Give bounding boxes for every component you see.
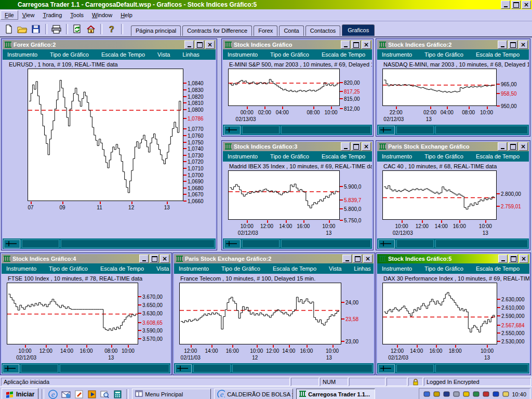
menu-item-file[interactable]: File (1, 10, 18, 20)
chart-menu-tipo-de-gráfico[interactable]: Tipo de Gráfico (424, 265, 463, 272)
minimize-button[interactable] (498, 142, 507, 151)
chart-menu-escala-de-tempo[interactable]: Escala de Tempo (101, 51, 145, 58)
chart-menu-instrumento[interactable]: Instrumento (6, 265, 36, 272)
close-button[interactable]: × (362, 142, 371, 151)
refresh-page-icon[interactable] (71, 23, 84, 35)
crosshair-button[interactable] (3, 364, 19, 373)
menu-item-help[interactable]: Help (116, 10, 137, 20)
chart-menu-escala-de-tempo[interactable]: Escala de Tempo (476, 265, 520, 272)
chart-window-title-bar[interactable]: Stock Indices Gráfico:2 × (377, 40, 529, 49)
media-circle-icon[interactable] (492, 390, 500, 398)
audio-note-icon[interactable] (502, 390, 510, 398)
gear-star-icon[interactable] (462, 390, 470, 398)
chart-plot-area[interactable] (382, 170, 497, 220)
chart-menu-instrumento[interactable]: Instrumento (382, 153, 412, 159)
maximize-button[interactable] (150, 255, 159, 263)
chart-menu-escala-de-tempo[interactable]: Escala de Tempo (476, 153, 520, 159)
minimize-button[interactable] (341, 142, 350, 151)
print-icon[interactable] (50, 23, 63, 35)
chart-plot-area[interactable] (179, 283, 341, 344)
chart-menu-escala-de-tempo[interactable]: Escala de Tempo (476, 51, 520, 58)
outlook-express-icon[interactable] (60, 389, 71, 399)
maximize-button[interactable] (351, 142, 361, 151)
show-desktop-icon[interactable] (73, 389, 84, 399)
tab-contactos[interactable]: Contactos (305, 25, 341, 36)
chart-menu-instrumento[interactable]: Instrumento (382, 51, 412, 58)
chart-menu-instrumento[interactable]: Instrumento (382, 265, 412, 272)
restore-button[interactable] (511, 1, 521, 9)
minimize-button[interactable] (341, 41, 350, 49)
calculator-icon[interactable] (112, 389, 123, 399)
menu-item-window[interactable]: Window (88, 10, 116, 20)
chart-window-title-bar[interactable]: Forex Gráfico:2 × (3, 40, 216, 49)
chart-window-title-bar[interactable]: Stock Indices Gráfico:5 × (377, 254, 529, 263)
chart-window-title-bar[interactable]: Paris Stock Exchange Gráfico × (377, 142, 529, 151)
close-button[interactable]: × (362, 41, 371, 49)
close-button[interactable]: × (522, 1, 531, 9)
minimize-button[interactable] (342, 255, 352, 263)
task-button[interactable]: Menu Principal (132, 389, 211, 399)
crosshair-button[interactable] (4, 240, 20, 248)
minimize-button[interactable] (498, 255, 508, 263)
crosshair-button[interactable] (175, 364, 192, 373)
maximize-button[interactable] (509, 255, 518, 263)
close-button[interactable]: × (519, 255, 528, 263)
close-button[interactable]: × (518, 142, 528, 151)
task-button[interactable]: Carregosa Trader 1.1... (296, 389, 375, 399)
chart-menu-tipo-de-gráfico[interactable]: Tipo de Gráfico (270, 153, 309, 159)
task-button[interactable]: eCALDEIRÃO DE BOLSA ::.. (214, 389, 293, 399)
crosshair-button[interactable] (378, 364, 395, 373)
maximize-button[interactable] (353, 255, 362, 263)
close-button[interactable]: × (518, 41, 528, 49)
chart-menu-escala-de-tempo[interactable]: Escala de Tempo (100, 265, 144, 272)
close-button[interactable]: × (160, 255, 169, 263)
chart-window-title-bar[interactable]: Stock Indices Gráfico:3 × (223, 142, 372, 151)
internet-explorer-icon[interactable]: e (47, 389, 58, 399)
crosshair-button[interactable] (378, 126, 395, 135)
crosshair-button[interactable] (224, 126, 241, 135)
volume-icon[interactable] (433, 390, 441, 398)
chart-menu-escala-de-tempo[interactable]: Escala de Tempo (322, 153, 365, 159)
messenger-offline-icon[interactable] (482, 390, 490, 398)
close-button[interactable]: × (205, 41, 215, 49)
chart-window-title-bar[interactable]: Stock Indices Gráfico:4 × (2, 254, 170, 263)
tab-graficos[interactable]: Graficos (342, 24, 375, 36)
help-icon[interactable]: ? (105, 23, 118, 35)
menu-item-view[interactable]: View (18, 10, 39, 20)
start-button[interactable]: Iniciar (2, 388, 38, 399)
chart-window-title-bar[interactable]: Stock Indices Gráfico × (223, 40, 372, 49)
chart-menu-escala-de-tempo[interactable]: Escala de Tempo (273, 265, 316, 272)
save-icon[interactable] (29, 23, 43, 35)
chart-plot-area[interactable] (382, 69, 497, 106)
chart-plot-area[interactable] (228, 69, 340, 106)
chart-menu-tipo-de-gráfico[interactable]: Tipo de Gráfico (424, 51, 463, 58)
maximize-button[interactable] (508, 41, 517, 49)
tab-contracts-for-difference[interactable]: Contracts for Difference (182, 25, 252, 36)
minimize-button[interactable] (498, 41, 507, 49)
display-settings-icon[interactable] (423, 390, 431, 398)
minimize-button[interactable] (184, 41, 194, 49)
tab-página-principal[interactable]: Página principal (131, 25, 181, 36)
close-button[interactable]: × (363, 255, 373, 263)
minimize-button[interactable] (501, 1, 510, 9)
crosshair-button[interactable] (224, 240, 241, 248)
chart-menu-tipo-de-gráfico[interactable]: Tipo de Gráfico (50, 51, 89, 58)
tab-forex[interactable]: Forex (254, 25, 277, 36)
open-folder-icon[interactable] (16, 23, 29, 35)
chart-menu-tipo-de-gráfico[interactable]: Tipo de Gráfico (221, 265, 260, 272)
home-icon[interactable] (84, 23, 98, 35)
maximize-button[interactable] (508, 142, 517, 151)
chart-menu-tipo-de-gráfico[interactable]: Tipo de Gráfico (49, 265, 88, 272)
monitor-icon[interactable] (443, 390, 450, 398)
new-document-icon[interactable] (2, 23, 16, 35)
search-icon[interactable] (99, 389, 110, 399)
chart-menu-linhas[interactable]: Linhas (354, 265, 370, 272)
modem-icon[interactable] (453, 390, 460, 398)
chart-menu-tipo-de-gráfico[interactable]: Tipo de Gráfico (424, 153, 463, 159)
chart-menu-tipo-de-gráfico[interactable]: Tipo de Gráfico (270, 51, 309, 58)
menu-item-trading[interactable]: Trading (38, 10, 66, 20)
chart-plot-area[interactable] (7, 283, 138, 344)
chart-menu-instrumento[interactable]: Instrumento (228, 51, 258, 58)
chart-menu-instrumento[interactable]: Instrumento (179, 265, 209, 272)
chart-menu-vista[interactable]: Vista (157, 51, 170, 58)
